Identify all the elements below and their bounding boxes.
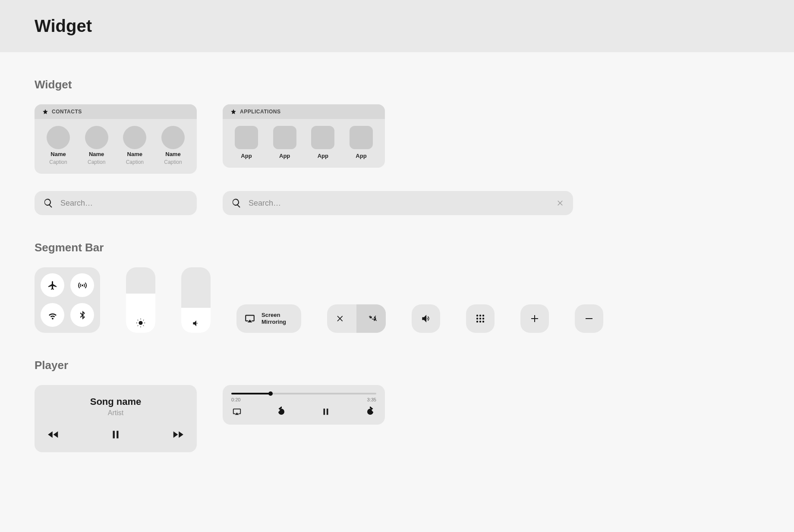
contacts-header: CONTACTS: [35, 104, 197, 119]
svg-text:15: 15: [280, 410, 283, 413]
page-title: Widget: [35, 16, 759, 36]
close-icon: [557, 199, 564, 207]
sound-button[interactable]: [412, 304, 440, 333]
volume-slider[interactable]: [181, 267, 211, 333]
app-item[interactable]: App: [308, 126, 338, 159]
screen-mirroring-label: Screen Mirroring: [262, 312, 286, 325]
app-item[interactable]: App: [346, 126, 376, 159]
star-icon: [230, 109, 236, 115]
contact-name: Name: [165, 151, 180, 157]
svg-point-8: [482, 321, 484, 322]
contact-caption: Caption: [126, 159, 144, 165]
pause-button[interactable]: [110, 429, 121, 440]
clear-button[interactable]: [557, 199, 564, 207]
collapse-icon: [369, 314, 377, 323]
volume-fill: [181, 308, 211, 333]
search-input[interactable]: [60, 198, 188, 208]
applications-widget: APPLICATIONS App App App App: [223, 104, 385, 168]
contact-name: Name: [50, 151, 66, 157]
contact-caption: Caption: [49, 159, 67, 165]
contact-name: Name: [89, 151, 104, 157]
svg-point-3: [476, 318, 478, 319]
cellular-toggle[interactable]: [70, 273, 94, 297]
minus-icon: [584, 313, 594, 324]
progress-knob[interactable]: [268, 391, 273, 396]
airplay-icon: [244, 313, 255, 324]
app-item[interactable]: App: [270, 126, 300, 159]
search-field-large[interactable]: [223, 191, 573, 215]
pause-icon: [110, 429, 121, 440]
svg-point-7: [479, 321, 481, 322]
contacts-title: CONTACTS: [52, 109, 82, 115]
cellular-icon: [77, 280, 88, 291]
app-icon-placeholder: [350, 126, 373, 149]
applications-title: APPLICATIONS: [240, 109, 280, 115]
rewind-button[interactable]: [47, 428, 60, 441]
search-input[interactable]: [248, 198, 551, 208]
app-icon-placeholder: [311, 126, 334, 149]
screen-mirroring-button[interactable]: Screen Mirroring: [236, 304, 301, 333]
airplane-icon: [47, 280, 58, 291]
svg-point-6: [476, 321, 478, 322]
total-time: 3:35: [367, 397, 376, 402]
music-player-widget: Song name Artist: [35, 385, 197, 452]
skip-back-15-button[interactable]: 15: [276, 407, 287, 417]
contact-caption: Caption: [164, 159, 182, 165]
bluetooth-toggle[interactable]: [70, 303, 94, 327]
apps-grid-button[interactable]: [466, 304, 495, 333]
avatar: [123, 126, 146, 149]
skip-back-15-icon: 15: [276, 407, 287, 417]
airplay-button[interactable]: [232, 407, 242, 416]
star-icon: [42, 109, 48, 115]
progress-track[interactable]: [231, 393, 376, 394]
app-item[interactable]: App: [231, 126, 262, 159]
forward-button[interactable]: [172, 428, 185, 441]
progress-fill: [231, 393, 271, 394]
contact-item[interactable]: Name Caption: [158, 126, 188, 165]
brightness-icon: [136, 318, 145, 328]
elapsed-time: 0:20: [231, 397, 240, 402]
wifi-toggle[interactable]: [41, 303, 64, 327]
contact-caption: Caption: [88, 159, 105, 165]
bluetooth-icon: [77, 310, 88, 320]
search-icon: [231, 198, 242, 208]
volume-icon: [192, 319, 200, 328]
artist-name: Artist: [108, 409, 123, 417]
section-title-segment: Segment Bar: [35, 241, 759, 254]
svg-point-5: [482, 318, 484, 319]
section-title-player: Player: [35, 359, 759, 372]
contacts-body: Name Caption Name Caption Name Caption N…: [35, 119, 197, 174]
airplane-mode-toggle[interactable]: [41, 273, 64, 297]
contacts-widget: CONTACTS Name Caption Name Caption Name …: [35, 104, 197, 174]
app-label: App: [279, 153, 290, 159]
close-collapse-segment[interactable]: [327, 304, 386, 333]
search-field-small[interactable]: [35, 191, 197, 215]
airplay-icon: [232, 407, 242, 416]
section-title-widget: Widget: [35, 78, 759, 91]
avatar: [161, 126, 185, 149]
contact-item[interactable]: Name Caption: [43, 126, 73, 165]
song-title: Song name: [90, 396, 142, 407]
pause-icon: [321, 407, 331, 416]
applications-body: App App App App: [223, 119, 385, 168]
skip-forward-15-icon: 15: [365, 407, 375, 417]
skip-forward-15-button[interactable]: 15: [365, 407, 375, 417]
contact-item[interactable]: Name Caption: [120, 126, 150, 165]
brightness-fill: [126, 294, 155, 333]
fast-forward-icon: [172, 428, 185, 441]
app-icon-placeholder: [235, 126, 258, 149]
contact-item[interactable]: Name Caption: [82, 126, 112, 165]
close-icon: [336, 314, 345, 323]
connectivity-panel: [35, 267, 100, 333]
brightness-slider[interactable]: [126, 267, 155, 333]
grid-icon: [475, 313, 485, 324]
app-label: App: [318, 153, 328, 159]
pause-button[interactable]: [321, 407, 331, 416]
remove-button[interactable]: [575, 304, 603, 333]
svg-point-4: [479, 318, 481, 319]
app-icon-placeholder: [273, 126, 296, 149]
add-button[interactable]: [520, 304, 549, 333]
plus-icon: [529, 313, 540, 324]
app-label: App: [241, 153, 252, 159]
svg-text:15: 15: [369, 410, 372, 413]
